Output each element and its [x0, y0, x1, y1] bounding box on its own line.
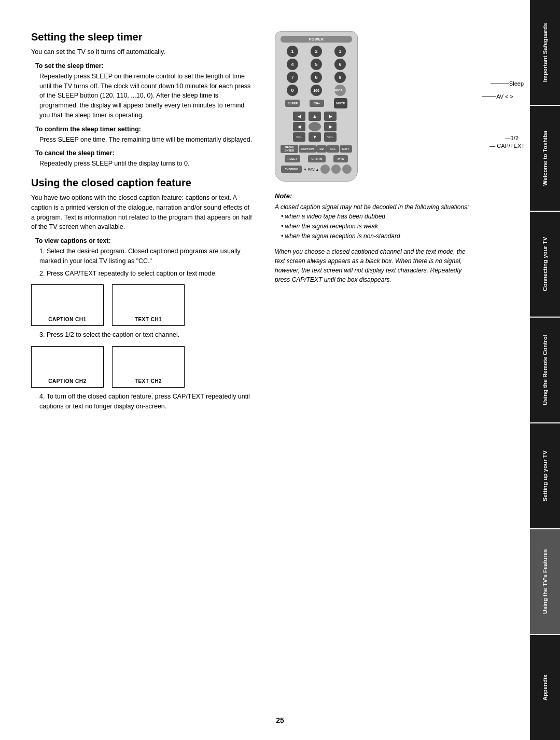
sleep-ch-mute-row: SLEEP CH+ MUTE: [281, 98, 352, 108]
to-set-label: To set the sleep timer:: [35, 62, 254, 70]
tab-welcome-toshiba[interactable]: Welcome to Toshiba: [530, 106, 560, 211]
nav-vol-down-right: VOL: [324, 132, 337, 142]
caption-ch2-label: CAPTION CH2: [48, 378, 86, 384]
btn-6: 6: [334, 59, 346, 70]
tv-video-row: TV/VIDEO ▼ FAV ▲: [281, 165, 352, 174]
tab-tv-features[interactable]: Using the TV's Features: [530, 529, 560, 634]
half-btn: 1/2: [316, 145, 327, 153]
btn-100: 100: [311, 85, 322, 96]
caption-btn: CAPTION: [299, 145, 316, 153]
tv-video-btn: TV/VIDEO: [281, 166, 302, 173]
tab-setting-up[interactable]: Setting up your TV: [530, 423, 560, 528]
ch-minus-btn: CH-: [327, 145, 339, 153]
to-view-label: To view captions or text:: [35, 237, 254, 244]
to-cancel-text: Repeatedly press SLEEP until the display…: [39, 159, 254, 169]
caption-ch1-box: CAPTION CH1: [31, 284, 104, 326]
num-row-4: 0 100 RECALL: [281, 85, 352, 96]
left-column: Setting the sleep timer You can set the …: [31, 31, 254, 414]
btn-9: 9: [334, 72, 346, 83]
step3: 3. Press 1/2 to select the caption or te…: [39, 330, 254, 340]
nav-down: ▼: [309, 132, 321, 142]
note-title: Note:: [275, 192, 472, 200]
tab-connecting-tv[interactable]: Connecting your TV: [530, 212, 560, 317]
bullet-3: when the signal reception is non-standar…: [281, 231, 472, 241]
nav-vol-right: ▶: [324, 112, 337, 121]
text-ch1-label: TEXT CH1: [135, 317, 162, 322]
sleep-btn: SLEEP: [285, 100, 300, 107]
tab-remote-control[interactable]: Using the Remote Control: [530, 318, 560, 422]
mute-btn: MUTE: [334, 98, 347, 108]
btn-2: 2: [311, 46, 322, 57]
exit-btn: EXIT: [340, 145, 352, 153]
main-content: Setting the sleep timer You can set the …: [31, 31, 482, 716]
remote-illustration: POWER 1 2 3 4 5 6 7 8: [275, 31, 472, 182]
text-ch2-box: TEXT CH2: [112, 346, 185, 388]
to-confirm-text: Press SLEEP one time. The remaining time…: [39, 135, 254, 145]
closed-caption-heading: Using the closed caption feature: [31, 177, 254, 189]
btn-3: 3: [334, 46, 346, 57]
tab-appendix[interactable]: Appendix: [530, 635, 560, 740]
btn-0: 0: [287, 85, 298, 96]
btn-5: 5: [311, 59, 322, 70]
num-row-2: 4 5 6: [281, 59, 352, 70]
note-body: When you choose a closed captioned chann…: [275, 247, 472, 284]
step1: 1. Select the desired program. Closed ca…: [39, 246, 254, 266]
nav-vol-down-left: VOL: [293, 132, 305, 142]
caption-boxes-row1: CAPTION CH1 TEXT CH1: [31, 284, 254, 326]
btn-7: 7: [287, 72, 298, 83]
reset-row: RESET CH RTN MTS: [281, 155, 352, 162]
text-ch1-box: TEXT CH1: [112, 284, 185, 326]
closed-caption-intro: You have two options with the closed cap…: [31, 193, 254, 232]
power-button: POWER: [281, 36, 352, 43]
mts-btn: MTS: [333, 155, 348, 162]
btn-1: 1: [287, 46, 298, 57]
nav-center: [309, 122, 321, 131]
btn-8: 8: [311, 72, 322, 83]
step4: 4. To turn off the closed caption featur…: [39, 392, 254, 412]
num-row-3: 7 8 9: [281, 72, 352, 83]
extra-btn3: [342, 165, 352, 174]
btn-recall: RECALL: [334, 85, 346, 96]
fav-label: ▼ FAV ▲: [303, 168, 319, 171]
reset-btn: RESET: [285, 155, 300, 162]
caption-boxes-row2: CAPTION CH2 TEXT CH2: [31, 346, 254, 388]
sidebar-tabs: Important Safeguards Welcome to Toshiba …: [530, 0, 560, 740]
note-intro: A closed caption signal may not be decod…: [275, 202, 472, 212]
ch-rtn-btn: CH RTN: [308, 155, 326, 162]
to-confirm-label: To confirm the sleep timer setting:: [35, 126, 254, 133]
step2: 2. Press CAP/TEXT repeatedly to select c…: [39, 269, 254, 279]
closed-caption-section: Using the closed caption feature You hav…: [31, 177, 254, 412]
bullet-1: when a video tape has been dubbed: [281, 212, 472, 222]
sleep-timer-heading: Setting the sleep timer: [31, 31, 254, 43]
nav-vol-left: ◀: [293, 112, 305, 121]
av-annotation: AV < >: [496, 93, 513, 100]
ch-plus-btn: CH+: [310, 100, 324, 107]
tab-important-safeguards[interactable]: Important Safeguards: [530, 0, 560, 105]
remote-body: POWER 1 2 3 4 5 6 7 8: [275, 31, 358, 182]
nav-area: ◀ ▲ ▶ ◀ ▶ VOL ▼ VOL: [293, 112, 340, 142]
text-ch2-label: TEXT CH2: [135, 378, 162, 384]
btn-4: 4: [287, 59, 298, 70]
page-number: 25: [276, 716, 284, 724]
half-cap-annotation: —1/2: [505, 135, 519, 141]
menu-row: MENU/ENTER CAPTION 1/2 CH- EXIT: [281, 145, 352, 153]
sleep-timer-section: Setting the sleep timer You can set the …: [31, 31, 254, 169]
menu-enter-btn: MENU/ENTER: [281, 145, 298, 153]
num-row-1: 1 2 3: [281, 46, 352, 57]
nav-up: ▲: [309, 112, 321, 121]
note-section: Note: A closed caption signal may not be…: [275, 192, 472, 284]
bullet-2: when the signal reception is weak: [281, 222, 472, 231]
extra-btn2: [331, 165, 341, 174]
caption-ch2-box: CAPTION CH2: [31, 346, 104, 388]
sleep-annotation: Sleep: [509, 80, 524, 87]
caption-ch1-label: CAPTION CH1: [48, 317, 86, 322]
nav-left: ◀: [293, 122, 305, 131]
extra-btn1: [320, 165, 330, 174]
sleep-timer-intro: You can set the TV so it turns off autom…: [31, 47, 254, 57]
nav-right: ▶: [324, 122, 337, 131]
to-set-text: Repeatedly press SLEEP on the remote con…: [39, 72, 254, 120]
right-column: POWER 1 2 3 4 5 6 7 8: [275, 31, 472, 414]
cap-text-annotation: — CAP/TEXT: [489, 143, 525, 149]
to-cancel-label: To cancel the sleep timer:: [35, 149, 254, 157]
